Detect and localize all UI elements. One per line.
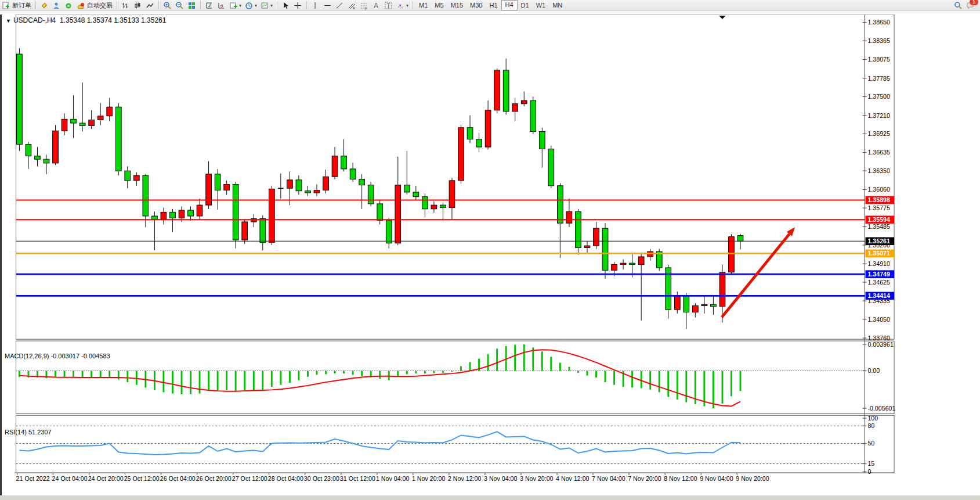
toolbar-separator (413, 1, 413, 9)
candlestick (152, 216, 158, 220)
zoom-out-button[interactable] (173, 1, 186, 10)
timeframe-button-w1[interactable]: W1 (533, 1, 549, 10)
time-tick-label: 30 Oct 23:00 (304, 475, 339, 482)
timeframe-button-m30[interactable]: M30 (467, 1, 486, 10)
chevron-down-icon[interactable]: ▾ (239, 3, 241, 8)
timeframe-button-h4[interactable]: H4 (501, 0, 518, 10)
crosshair-button[interactable] (292, 1, 304, 10)
chart-canvas[interactable]: 1.386501.383651.380751.377851.375001.372… (0, 15, 980, 497)
candle-chart-icon (133, 1, 142, 10)
time-tick-label: 9 Nov 20:00 (736, 475, 769, 482)
arrange-charts-button[interactable] (203, 1, 215, 10)
styler-button[interactable] (38, 1, 50, 10)
candlestick (719, 272, 725, 307)
chart-title: ▼USDCAD-,H4 1.35348 1.35374 1.35133 1.35… (6, 16, 166, 24)
tile-windows-button[interactable] (186, 1, 198, 10)
candle-chart-button[interactable] (132, 1, 144, 10)
candlestick (79, 123, 85, 125)
arrows-button[interactable]: ▾ (395, 1, 410, 10)
timeframe-button-h1[interactable]: H1 (486, 1, 501, 10)
timeframe-button-d1[interactable]: D1 (518, 1, 533, 10)
add-chart-icon (229, 1, 238, 10)
rsi-tick-label: 80 (867, 422, 874, 429)
candlestick (576, 211, 581, 247)
candlestick (630, 263, 635, 264)
candlestick (638, 257, 644, 264)
macd-signal-value: -0.004583 (81, 352, 110, 359)
candlestick (485, 110, 491, 147)
price-tick-label: 1.36350 (867, 167, 890, 174)
autotrading-button[interactable]: 自动交易 (75, 1, 114, 10)
candlestick (602, 228, 608, 270)
bar-chart-button[interactable] (120, 1, 132, 10)
candlestick (305, 191, 311, 193)
price-tick-label: 1.34910 (867, 260, 890, 267)
time-tick-label: 26 Oct 04:00 (160, 475, 196, 482)
fibonacci-button[interactable]: F (358, 1, 370, 10)
timeframe-button-m15[interactable]: M15 (447, 1, 467, 10)
candlestick (53, 131, 59, 163)
price-tick-label: 1.36635 (867, 149, 890, 156)
new-order-button[interactable]: 新订单 (0, 1, 33, 10)
period-button[interactable]: ▾ (243, 1, 259, 10)
trendline-button[interactable] (334, 1, 346, 10)
candlestick (674, 296, 680, 310)
text-label-button[interactable]: T (382, 1, 395, 10)
timeframe-button-m5[interactable]: M5 (431, 1, 447, 10)
chevron-down-icon[interactable]: ▾ (270, 3, 273, 8)
macd-tick-label: 0.003961 (867, 341, 894, 348)
cursor-button[interactable] (280, 1, 292, 10)
new-chart-button[interactable]: ▾ (227, 1, 243, 10)
candlestick (341, 156, 347, 169)
candlestick (44, 159, 49, 163)
candlestick (711, 304, 717, 306)
candlestick (737, 236, 743, 242)
vertical-line-button[interactable] (309, 1, 321, 10)
signals-button[interactable] (63, 1, 75, 10)
zoom-out-icon (175, 1, 184, 10)
candlestick (512, 104, 518, 111)
horizontal-line-button[interactable] (321, 1, 334, 10)
rsi-tick-label: 50 (867, 440, 874, 447)
channel-button[interactable]: E (346, 1, 358, 10)
search-button[interactable] (952, 1, 964, 10)
candlestick (404, 185, 410, 192)
toolbar-separator (200, 1, 201, 9)
community-button[interactable] (50, 1, 63, 10)
price-tick-label: 1.37500 (867, 93, 890, 100)
shift-chart-button[interactable] (215, 1, 227, 10)
line-chart-icon (146, 1, 154, 10)
tile-windows-icon (187, 1, 196, 10)
zoom-in-button[interactable] (161, 1, 173, 10)
symbol-dropdown-icon[interactable]: ▼ (6, 18, 11, 24)
candlestick (332, 156, 338, 177)
line-chart-button[interactable] (144, 1, 156, 10)
candlestick (224, 185, 230, 190)
candlestick (539, 131, 545, 149)
candlestick (594, 228, 599, 246)
candlestick (377, 204, 383, 221)
toolbar-separator (306, 1, 307, 9)
templates-button[interactable]: ▾ (259, 1, 274, 10)
candlestick (476, 139, 482, 147)
candlestick (620, 263, 626, 264)
svg-text:A: A (374, 2, 378, 10)
candlestick (71, 119, 77, 123)
timeframe-button-m1[interactable]: M1 (415, 1, 431, 10)
candlestick (530, 100, 536, 131)
text-button[interactable]: A (370, 1, 382, 10)
timeframe-button-mn[interactable]: MN (549, 1, 566, 10)
time-tick-label: 8 Nov 12:00 (664, 475, 697, 482)
notifications-button[interactable]: 1 (964, 1, 977, 10)
chevron-down-icon[interactable]: ▾ (255, 3, 257, 8)
price-tick-label: 1.36060 (867, 186, 890, 193)
clock-icon (245, 1, 254, 10)
time-tick-label: 26 Oct 20:00 (196, 475, 232, 482)
candlestick (729, 237, 735, 272)
price-tick-label: 1.38650 (867, 19, 890, 26)
text-a-icon: A (372, 1, 381, 10)
candlestick (97, 116, 103, 120)
candlestick (215, 174, 220, 190)
chevron-down-icon[interactable]: ▾ (406, 3, 408, 8)
candlestick (115, 107, 121, 171)
